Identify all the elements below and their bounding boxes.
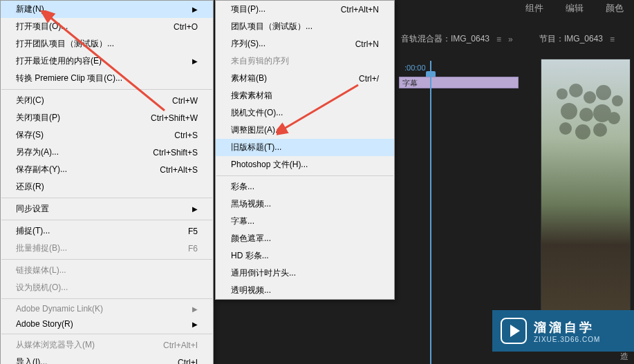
menu-separator [216, 175, 393, 176]
tab-edit[interactable]: 编辑 [566, 2, 584, 15]
svg-point-3 [596, 85, 611, 100]
program-panel-header[interactable]: 节目：IMG_0643 ≡ [539, 33, 615, 45]
menu-item-label: 彩条... [231, 181, 254, 193]
menu-item-label: 黑场视频... [231, 198, 271, 210]
watermark-en-text: ZIXUE.3D66.COM [534, 336, 600, 343]
menu-item-shortcut: F6 [188, 244, 198, 253]
tab-color[interactable]: 颜色 [606, 2, 624, 15]
menu-item-label: 批量捕捉(B)... [16, 242, 67, 254]
new-submenu-item-2[interactable]: 序列(S)...Ctrl+N [216, 35, 394, 52]
menu-item-label: 还原(R) [16, 181, 44, 193]
new-submenu-item-11[interactable]: 彩条... [216, 178, 394, 195]
new-submenu-item-4[interactable]: 素材箱(B)Ctrl+/ [216, 70, 394, 87]
new-submenu-item-6[interactable]: 脱机文件(O)... [216, 104, 394, 122]
menu-separator [1, 198, 212, 198]
new-submenu-item-0[interactable]: 项目(P)...Ctrl+Alt+N [216, 1, 394, 18]
menu-item-label: Adobe Dynamic Link(K) [16, 304, 103, 314]
menu-item-label: 调整图层(A)... [231, 124, 282, 136]
menu-item-label: 通用倒计时片头... [231, 267, 296, 279]
file-menu-item-1[interactable]: 打开项目(O)...Ctrl+O [1, 18, 213, 35]
new-submenu-item-3: 来自剪辑的序列 [216, 52, 394, 70]
new-submenu-item-12[interactable]: 黑场视频... [216, 195, 394, 213]
menu-item-shortcut: Ctrl+/ [359, 74, 379, 84]
file-menu-item-15[interactable]: 捕捉(T)...F5 [1, 222, 213, 240]
new-submenu-item-13[interactable]: 字幕... [216, 213, 394, 230]
tree-silhouette [548, 80, 631, 204]
svg-point-6 [579, 108, 593, 122]
menu-item-shortcut: Ctrl+Shift+W [151, 113, 198, 123]
menu-item-label: 打开团队项目（测试版）... [16, 38, 114, 50]
new-submenu-item-16[interactable]: 通用倒计时片头... [216, 265, 394, 282]
menu-item-label: Photoshop 文件(H)... [231, 159, 308, 171]
menu-item-shortcut: Ctrl+Alt+N [341, 5, 379, 15]
menu-item-label: 新建(N) [16, 3, 44, 15]
new-submenu-item-15[interactable]: HD 彩条... [216, 247, 394, 265]
menu-item-label: 关闭项目(P) [16, 112, 60, 124]
new-submenu-item-1[interactable]: 团队项目（测试版）... [216, 18, 394, 35]
tab-components[interactable]: 组件 [525, 2, 543, 15]
panel-menu-icon[interactable]: ≡ [496, 35, 501, 44]
menu-separator [1, 220, 212, 220]
svg-point-5 [561, 103, 577, 119]
program-monitor[interactable]: 3 [541, 59, 631, 325]
new-submenu-item-5[interactable]: 搜索素材箱 [216, 87, 394, 104]
file-menu-item-11[interactable]: 还原(R) [1, 178, 213, 195]
panel-arrows-icon[interactable]: » [508, 35, 513, 44]
file-menu-item-13[interactable]: 同步设置▶ [1, 200, 213, 218]
file-menu-item-8[interactable]: 保存(S)Ctrl+S [1, 126, 213, 144]
menu-item-label: 打开项目(O)... [16, 21, 68, 32]
file-menu-item-19: 设为脱机(O)... [1, 279, 213, 296]
file-menu-item-3[interactable]: 打开最近使用的内容(E)▶ [1, 52, 213, 70]
menu-separator [1, 89, 212, 90]
menu-item-shortcut: Ctrl+Alt+S [160, 165, 198, 175]
svg-point-11 [593, 123, 607, 137]
menu-item-shortcut: Ctrl+Alt+I [163, 341, 198, 350]
svg-point-4 [612, 95, 623, 106]
monitor-preview-image: 3 [541, 59, 630, 324]
menu-item-label: 捕捉(T)... [16, 225, 50, 237]
file-menu-item-7[interactable]: 关闭项目(P)Ctrl+Shift+W [1, 109, 213, 126]
submenu-arrow-icon: ▶ [192, 205, 198, 213]
menu-item-shortcut: Ctrl+O [174, 22, 198, 32]
menu-item-shortcut: Ctrl+Shift+S [153, 148, 198, 157]
menu-item-label: HD 彩条... [231, 250, 269, 262]
new-submenu-item-14[interactable]: 颜色遮罩... [216, 230, 394, 247]
menu-item-label: 团队项目（测试版）... [231, 21, 313, 32]
submenu-arrow-icon: ▶ [192, 57, 198, 65]
menu-item-label: 转换 Premiere Clip 项目(C)... [16, 73, 122, 84]
file-menu: 新建(N)▶打开项目(O)...Ctrl+O打开团队项目（测试版）...打开最近… [0, 0, 214, 364]
menu-item-label: 旧版标题(T)... [231, 142, 281, 153]
new-submenu-item-8[interactable]: 旧版标题(T)... [216, 139, 394, 156]
new-submenu-item-7[interactable]: 调整图层(A)... [216, 122, 394, 139]
menu-item-label: 搜索素材箱 [231, 90, 272, 102]
playhead-marker[interactable] [426, 71, 436, 77]
file-menu-item-22[interactable]: Adobe Story(R)▶ [1, 316, 213, 332]
file-menu-item-4[interactable]: 转换 Premiere Clip 项目(C)... [1, 70, 213, 87]
svg-point-8 [608, 112, 620, 124]
menu-item-label: 链接媒体(L)... [16, 265, 66, 276]
audio-mixer-panel-header[interactable]: 音轨混合器：IMG_0643 ≡ » [401, 33, 513, 45]
watermark: 溜溜自学 ZIXUE.3D66.COM [492, 310, 634, 352]
new-submenu-item-17[interactable]: 透明视频... [216, 282, 394, 299]
subtitle-clip[interactable]: 字幕 [399, 77, 519, 88]
menu-item-label: Adobe Story(R) [16, 319, 73, 329]
file-menu-item-18: 链接媒体(L)... [1, 262, 213, 279]
menu-item-label: 序列(S)... [231, 38, 265, 50]
menu-item-label: 素材箱(B) [231, 73, 267, 84]
new-submenu-item-9[interactable]: Photoshop 文件(H)... [216, 156, 394, 173]
file-menu-item-6[interactable]: 关闭(C)Ctrl+W [1, 92, 213, 109]
file-menu-item-9[interactable]: 另存为(A)...Ctrl+Shift+S [1, 144, 213, 161]
submenu-arrow-icon: ▶ [192, 6, 198, 13]
file-menu-item-0[interactable]: 新建(N)▶ [1, 1, 213, 18]
file-menu-item-2[interactable]: 打开团队项目（测试版）... [1, 35, 213, 52]
timeline-timecode: :00:00 [404, 64, 426, 72]
file-menu-item-10[interactable]: 保存副本(Y)...Ctrl+Alt+S [1, 161, 213, 178]
menu-item-shortcut: Ctrl+N [355, 39, 379, 49]
menu-item-label: 打开最近使用的内容(E) [16, 55, 102, 67]
menu-separator [1, 334, 212, 334]
audio-mixer-title: 音轨混合器：IMG_0643 [401, 33, 490, 45]
file-menu-item-24: 从媒体浏览器导入(M)Ctrl+Alt+I [1, 336, 213, 354]
panel-menu-icon[interactable]: ≡ [610, 35, 615, 44]
menu-item-label: 颜色遮罩... [231, 233, 271, 245]
file-menu-item-25[interactable]: 导入(I)...Ctrl+I [1, 354, 213, 364]
